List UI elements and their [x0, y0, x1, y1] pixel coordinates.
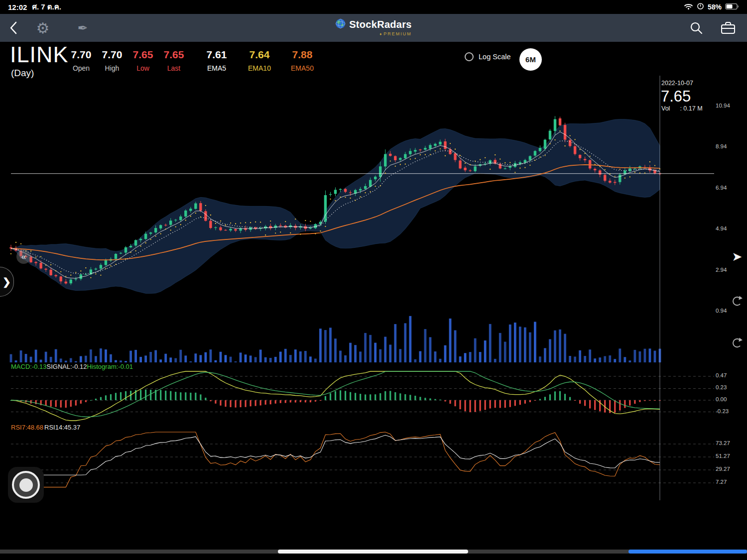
stat-ema10-label: EMA10	[248, 64, 271, 72]
stat-high-label: High	[105, 64, 120, 72]
macd-value: MACD:-0.13	[11, 363, 47, 370]
macd-axis-tick: -0.23	[716, 408, 729, 414]
macd-axis-tick: 0.00	[716, 396, 727, 402]
macd-readout: MACD:-0.13 SIGNAL:-0.12 Histogram:-0.01	[11, 363, 133, 370]
histogram-value: Histogram:-0.01	[87, 363, 132, 370]
crosshair-volume: Vol : 0.17 M	[661, 105, 703, 112]
scroll-left-button[interactable]: «	[16, 249, 31, 264]
rsi7-value: RSI7:48.68	[11, 424, 43, 431]
record-dot-icon	[19, 478, 33, 492]
stock-timeframe: (Day)	[11, 68, 34, 79]
stat-last-value: 7.65	[164, 49, 184, 61]
rsi-axis-tick: 7.27	[716, 479, 727, 485]
refresh-icon	[731, 295, 743, 307]
macd-axis-tick: 0.23	[716, 384, 727, 390]
stock-symbol: ILINK	[10, 42, 69, 68]
stat-low: 7.65 Low	[130, 49, 155, 72]
refresh-button-1[interactable]	[729, 293, 745, 309]
double-chevron-left-icon: «	[21, 252, 26, 262]
rsi-readout: RSI7:48.68 RSI14:45.37	[11, 424, 80, 431]
stat-ema50: 7.88 EMA50	[290, 49, 315, 72]
log-scale-toggle[interactable]: Log Scale	[465, 52, 511, 61]
price-axis-tick: 4.94	[716, 225, 727, 231]
quote-stats: 7.70 Open 7.70 High 7.65 Low 7.65 Last 7…	[69, 49, 321, 72]
rsi-axis-tick: 73.27	[716, 440, 730, 446]
app-screen: 12:02 ศ. 7 ต.ค. 58% ⚙ ✒	[0, 0, 747, 560]
stat-last-label: Last	[167, 64, 180, 72]
stat-high-value: 7.70	[102, 49, 123, 61]
stat-low-label: Low	[136, 64, 149, 72]
chart-scroll-range[interactable]	[628, 550, 747, 554]
stat-low-value: 7.65	[133, 49, 153, 61]
price-axis-tick: 0.94	[716, 308, 727, 314]
stat-ema5-label: EMA5	[207, 64, 226, 72]
forward-arrow-icon: ➤	[732, 249, 743, 264]
stat-ema50-label: EMA50	[291, 64, 314, 72]
stat-open-value: 7.70	[71, 49, 92, 61]
chart-canvas[interactable]	[0, 42, 747, 550]
price-axis-tick: 2.94	[716, 267, 727, 273]
macd-axis-tick: 0.47	[716, 372, 727, 378]
record-ring-icon	[12, 471, 40, 499]
log-scale-radio[interactable]	[465, 52, 474, 61]
log-scale-label: Log Scale	[479, 53, 511, 61]
refresh-icon	[731, 337, 743, 349]
stat-last: 7.65 Last	[161, 49, 186, 72]
rsi-axis-tick: 51.27	[716, 453, 730, 459]
refresh-button-2[interactable]	[729, 335, 745, 351]
candlestick-chart-svg	[0, 0, 747, 560]
stat-ema5-value: 7.61	[207, 49, 227, 61]
price-axis-tick: 8.94	[716, 143, 727, 149]
rsi-axis-tick: 29.27	[716, 466, 730, 472]
price-axis-tick: 10.94	[716, 103, 730, 109]
stat-open-label: Open	[73, 64, 90, 72]
crosshair-price: 7.65	[661, 88, 691, 106]
rsi14-value: RSI14:45.37	[44, 424, 80, 431]
crosshair-vol-label: Vol	[661, 105, 670, 112]
crosshair-vol-value: : 0.17 M	[680, 105, 702, 112]
stat-ema10-value: 7.64	[249, 49, 270, 61]
signal-value: SIGNAL:-0.12	[47, 363, 87, 370]
price-axis-tick: 6.94	[716, 185, 727, 191]
stat-open: 7.70 Open	[69, 49, 94, 72]
stat-ema50-value: 7.88	[292, 49, 313, 61]
stat-ema10: 7.64 EMA10	[247, 49, 272, 72]
crosshair-date: 2022-10-07	[661, 80, 693, 87]
stat-ema5: 7.61 EMA5	[204, 49, 229, 72]
scroll-right-button[interactable]: ➤	[729, 249, 745, 264]
stat-high: 7.70 High	[100, 49, 124, 72]
record-button[interactable]	[8, 467, 44, 503]
range-button-6m[interactable]: 6M	[519, 48, 542, 71]
chevron-right-icon: ❯	[2, 276, 11, 288]
chart-scroll-thumb[interactable]	[278, 550, 468, 554]
